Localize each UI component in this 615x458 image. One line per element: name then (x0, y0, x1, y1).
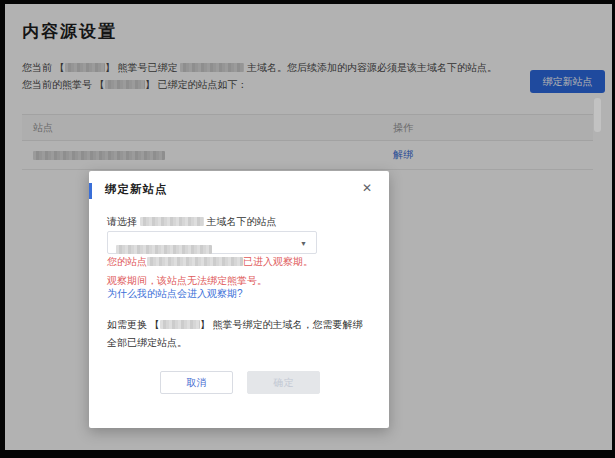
redacted-account-name (160, 320, 200, 329)
scrollbar-thumb[interactable] (594, 98, 601, 132)
close-icon[interactable]: ✕ (362, 180, 372, 196)
observation-period-help-link[interactable]: 为什么我的站点会进入观察期? (107, 287, 243, 301)
cancel-button[interactable]: 取消 (160, 371, 233, 394)
site-select-dropdown[interactable]: ▼ (107, 231, 317, 254)
chevron-down-icon: ▼ (300, 240, 307, 247)
select-label-seg-b: 主域名下的站点 (204, 216, 277, 227)
title-accent-bar (89, 183, 92, 199)
note-text: 如需更换 【】 熊掌号绑定的主域名，您需要解绑全部已绑定站点。 (107, 316, 371, 352)
redacted-site-url (147, 257, 243, 266)
dialog-title: 绑定新站点 (105, 182, 168, 197)
bind-new-site-dialog: 绑定新站点 ✕ 请选择 主域名下的站点 ▼ 您的站点已进入观察期。 观察期间，该… (89, 171, 389, 428)
select-label-seg-a: 请选择 (107, 216, 140, 227)
confirm-button[interactable]: 确定 (247, 371, 320, 394)
app-screen: 内容源设置 您当前 【】 熊掌号已绑定 主域名。您后续添加的内容源必须是该主域名… (5, 4, 612, 450)
select-label: 请选择 主域名下的站点 (107, 215, 277, 229)
warning-line-2: 观察期间，该站点无法绑定熊掌号。 (107, 274, 267, 288)
warning1-seg-a: 您的站点 (107, 256, 147, 267)
redacted-domain-name (140, 217, 204, 226)
warning-line-1: 您的站点已进入观察期。 (107, 255, 313, 269)
redacted-selected-site (116, 245, 212, 254)
note-seg-a: 如需更换 【 (107, 319, 160, 330)
warning1-seg-b: 已进入观察期。 (243, 256, 313, 267)
